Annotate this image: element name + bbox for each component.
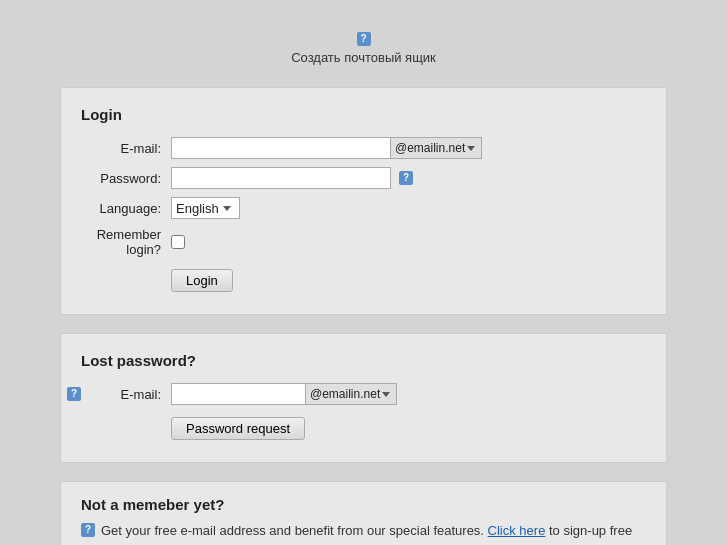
remember-row: Remember login?: [81, 227, 646, 257]
password-request-button[interactable]: Password request: [171, 417, 305, 440]
language-field-group: English: [171, 197, 240, 219]
password-request-btn-row: Password request: [81, 413, 646, 440]
login-btn-row: Login: [81, 265, 646, 292]
login-domain-text: @emailin.net: [395, 141, 465, 155]
lost-domain-text: @emailin.net: [310, 387, 380, 401]
language-arrow-icon: [223, 206, 231, 211]
login-password-input[interactable]: [171, 167, 391, 189]
login-email-input[interactable]: [171, 137, 391, 159]
login-button[interactable]: Login: [171, 269, 233, 292]
lost-help-icon[interactable]: ?: [67, 387, 81, 401]
language-row: Language: English: [81, 197, 646, 219]
member-text: Get your free e-mail address and benefit…: [101, 521, 646, 545]
email-field-group: @emailin.net: [171, 137, 482, 159]
lost-email-row: ? E-mail: @emailin.net: [81, 383, 646, 405]
lost-password-title: Lost password?: [81, 352, 646, 369]
email-label: E-mail:: [81, 141, 171, 156]
lost-email-input[interactable]: [171, 383, 306, 405]
remember-field-group: [171, 235, 185, 249]
email-row: E-mail: @emailin.net: [81, 137, 646, 159]
lost-email-label: E-mail:: [81, 387, 171, 402]
language-value: English: [176, 201, 219, 216]
member-text-before: Get your free e-mail address and benefit…: [101, 523, 488, 538]
password-label: Password:: [81, 171, 171, 186]
language-selector[interactable]: English: [171, 197, 240, 219]
lost-email-field-group: @emailin.net: [171, 383, 397, 405]
login-help-icon[interactable]: ?: [399, 171, 413, 185]
login-section: Login E-mail: @emailin.net Password: ? L…: [60, 87, 667, 315]
click-here-link[interactable]: Click here: [488, 523, 546, 538]
language-label: Language:: [81, 201, 171, 216]
login-title: Login: [81, 106, 646, 123]
member-help-icon[interactable]: ?: [81, 523, 95, 537]
login-domain-arrow-icon: [467, 146, 475, 151]
login-domain-selector[interactable]: @emailin.net: [391, 137, 482, 159]
member-section: Not a memeber yet? ? Get your free e-mai…: [60, 481, 667, 545]
password-row: Password: ?: [81, 167, 646, 189]
password-field-group: [171, 167, 391, 189]
top-create-section: ? Создать почтовый ящик: [60, 20, 667, 65]
lost-domain-arrow-icon: [382, 392, 390, 397]
remember-checkbox[interactable]: [171, 235, 185, 249]
top-help-icon[interactable]: ?: [357, 32, 371, 46]
lost-domain-selector[interactable]: @emailin.net: [306, 383, 397, 405]
member-title: Not a memeber yet?: [81, 496, 646, 513]
lost-password-section: Lost password? ? E-mail: @emailin.net Pa…: [60, 333, 667, 463]
create-mailbox-link[interactable]: Создать почтовый ящик: [60, 50, 667, 65]
remember-label: Remember login?: [81, 227, 171, 257]
